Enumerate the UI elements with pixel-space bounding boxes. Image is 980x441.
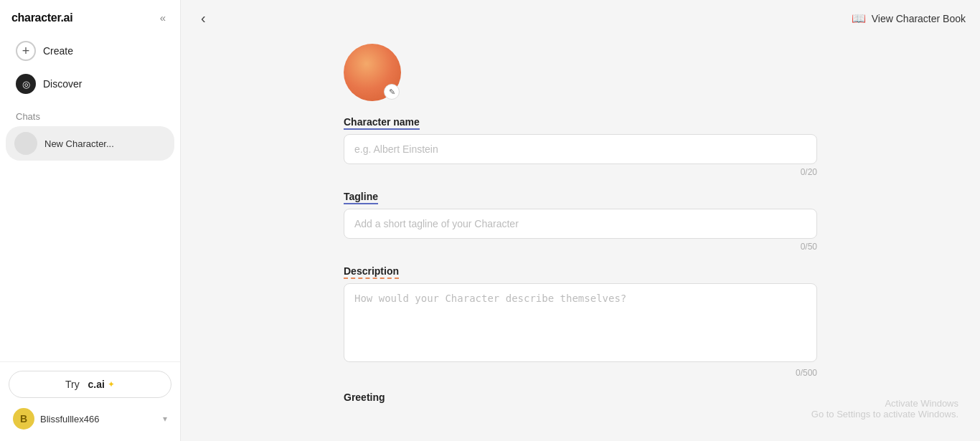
main-content: ‹ 📖 View Character Book ✎ Character name… <box>181 0 980 441</box>
sidebar: character.ai « + Create ◎ Discover Chats… <box>0 0 181 441</box>
tagline-input[interactable] <box>344 209 817 239</box>
chat-item-name: New Character... <box>44 138 114 149</box>
character-name-count: 0/20 <box>344 167 817 177</box>
description-field: Description 0/500 <box>344 265 817 378</box>
description-input[interactable] <box>344 283 817 362</box>
sidebar-item-create-label: Create <box>43 45 73 57</box>
tagline-count: 0/50 <box>344 242 817 252</box>
sidebar-item-create[interactable]: + Create <box>9 35 171 67</box>
collapse-button[interactable]: « <box>157 10 169 25</box>
app-logo: character.ai <box>11 11 72 24</box>
avatar-wrapper[interactable]: ✎ <box>344 44 401 101</box>
compass-icon: ◎ <box>16 74 36 94</box>
chat-avatar <box>14 132 37 155</box>
user-avatar: B <box>13 408 34 430</box>
try-cai-label: c.ai <box>88 379 105 390</box>
greeting-label: Greeting <box>344 392 385 404</box>
sidebar-nav: + Create ◎ Discover <box>0 32 180 104</box>
user-row[interactable]: B Blissfulllex466 ▾ <box>9 405 171 432</box>
plus-icon: + <box>16 41 36 61</box>
tagline-field: Tagline 0/50 <box>344 190 817 252</box>
view-character-book-button[interactable]: 📖 View Character Book <box>852 11 966 25</box>
chats-section-label: Chats <box>0 104 180 126</box>
description-label: Description <box>344 265 399 279</box>
greeting-field: Greeting <box>344 391 817 408</box>
back-button[interactable]: ‹ <box>195 7 212 29</box>
star-icon: ✦ <box>108 379 115 389</box>
avatar-edit-badge[interactable]: ✎ <box>384 84 400 100</box>
try-c-ai-button[interactable]: Try c.ai✦ <box>9 371 171 398</box>
chat-list-item[interactable]: New Character... <box>6 126 174 161</box>
chevron-down-icon: ▾ <box>163 414 167 424</box>
sidebar-footer: Try c.ai✦ B Blissfulllex466 ▾ <box>0 361 180 441</box>
username-label: Blissfulllex466 <box>40 414 99 425</box>
view-book-label: View Character Book <box>872 13 966 24</box>
user-info: B Blissfulllex466 <box>13 408 99 430</box>
character-name-field: Character name 0/20 <box>344 115 817 177</box>
character-name-label: Character name <box>344 116 420 130</box>
book-icon: 📖 <box>852 11 866 25</box>
pencil-icon: ✎ <box>389 87 395 97</box>
character-name-input[interactable] <box>344 134 817 164</box>
sidebar-item-discover-label: Discover <box>43 78 82 90</box>
sidebar-item-discover[interactable]: ◎ Discover <box>9 68 171 100</box>
description-count: 0/500 <box>344 368 817 378</box>
top-bar: ‹ 📖 View Character Book <box>181 0 980 37</box>
form-container: ✎ Character name 0/20 Tagline 0/50 Descr… <box>329 37 831 441</box>
tagline-label: Tagline <box>344 191 378 204</box>
sidebar-header: character.ai « <box>0 0 180 32</box>
